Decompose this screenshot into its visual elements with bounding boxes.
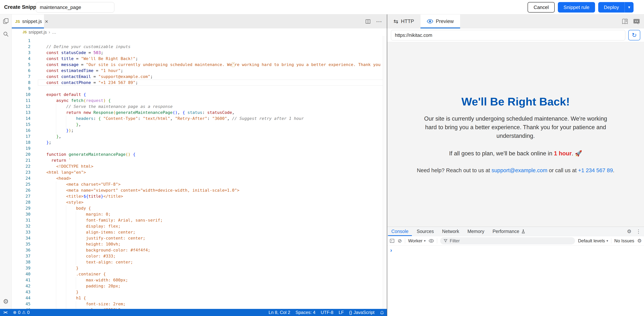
console-output[interactable]: › <box>387 245 644 316</box>
code-line-42[interactable]: 42 padding: 20px; <box>12 283 387 289</box>
code-line-43[interactable]: 43 } <box>12 289 387 295</box>
code-line-30[interactable]: 30 margin: 0; <box>12 211 387 217</box>
clear-console-icon[interactable]: ⊘ <box>398 238 402 244</box>
remote-indicator-icon[interactable]: >< <box>0 309 10 316</box>
code-line-23[interactable]: 23<html lang="en"> <box>12 169 387 175</box>
devtools-settings-gear-icon[interactable]: ⚙ <box>627 228 632 234</box>
devtools-tab-performance[interactable]: Performance <box>488 227 529 236</box>
notifications-bell-icon[interactable] <box>377 310 387 315</box>
close-tab-icon[interactable]: × <box>45 18 48 25</box>
indentation-setting[interactable]: Spaces: 4 <box>293 310 318 315</box>
editor-scrollbar[interactable] <box>383 36 387 309</box>
settings-gear-icon[interactable]: ⚙ <box>0 294 12 309</box>
split-editor-icon[interactable] <box>365 19 371 24</box>
devtools-tab-sources[interactable]: Sources <box>413 227 438 236</box>
code-line-14[interactable]: 14 headers: { "Content-Type": "text/html… <box>12 116 387 122</box>
breadcrumb-symbol[interactable]: … <box>52 30 56 35</box>
eol-setting[interactable]: LF <box>336 310 346 315</box>
devtools-kebab-menu-icon[interactable]: ⋮ <box>636 228 641 234</box>
code-line-11[interactable]: 11 async fetch(request) { <box>12 98 387 104</box>
live-expression-eye-icon[interactable] <box>429 239 434 243</box>
code-line-44[interactable]: 44 h1 { <box>12 295 387 301</box>
code-line-32[interactable]: 32 display: flex; <box>12 223 387 229</box>
support-phone-link[interactable]: +1 234 567 89 <box>578 167 613 173</box>
code-line-45[interactable]: 45 font-size: 2rem; <box>12 301 387 307</box>
discord-icon[interactable] <box>633 18 640 25</box>
javascript-file-icon: JS <box>22 30 27 34</box>
code-line-5[interactable]: 5const message = "Our site is currently … <box>12 62 387 68</box>
code-line-21[interactable]: 21 return ` <box>12 157 387 163</box>
code-line-19[interactable]: 19 <box>12 145 387 151</box>
snippet-rule-button[interactable]: Snippet rule <box>558 2 595 13</box>
code-line-18[interactable]: 18}; <box>12 140 387 145</box>
code-line-22[interactable]: 22 <!DOCTYPE html> <box>12 163 387 169</box>
code-line-6[interactable]: 6const estimatedTime = "1 hour"; <box>12 68 387 74</box>
breadcrumb-file[interactable]: snippet.js <box>28 30 47 35</box>
code-line-2[interactable]: 2// Define your customizable inputs <box>12 44 387 50</box>
context-selector[interactable]: Worker ▾ <box>408 238 426 243</box>
code-line-25[interactable]: 25 <meta charset="UTF-8"> <box>12 181 387 187</box>
support-email-link[interactable]: support@example.com <box>492 167 548 173</box>
cancel-button[interactable]: Cancel <box>528 2 555 13</box>
code-line-29[interactable]: 29 body { <box>12 205 387 211</box>
url-input[interactable] <box>391 30 625 40</box>
deploy-button[interactable]: Deploy <box>598 2 624 13</box>
code-line-26[interactable]: 26 <meta name="viewport" content="width=… <box>12 187 387 193</box>
code-line-27[interactable]: 27 <title>${title}</title> <box>12 193 387 199</box>
devtools-tab-memory[interactable]: Memory <box>463 227 488 236</box>
files-icon[interactable] <box>0 15 12 28</box>
code-line-39[interactable]: 39 } <box>12 265 387 271</box>
code-line-9[interactable]: 9 <box>12 86 387 92</box>
devtools-tab-network[interactable]: Network <box>438 227 463 236</box>
console-sidebar-toggle-icon[interactable] <box>390 238 395 243</box>
code-line-4[interactable]: 4const title = "We'll Be Right Back!"; <box>12 56 387 62</box>
code-line-37[interactable]: 37 color: #333; <box>12 253 387 259</box>
docs-book-icon[interactable] <box>622 18 628 25</box>
problems-status[interactable]: ⊗ 0 ⚠ 0 <box>10 309 32 316</box>
code-line-41[interactable]: 41 max-width: 600px; <box>12 277 387 283</box>
code-line-38[interactable]: 38 text-align: center; <box>12 259 387 265</box>
devtools-tab-console[interactable]: Console <box>387 227 413 236</box>
breadcrumb[interactable]: JS snippet.js › … <box>12 29 387 36</box>
console-settings-gear-icon[interactable]: ⚙ <box>637 238 642 244</box>
code-line-3[interactable]: 3const statusCode = 503; <box>12 50 387 56</box>
encoding-setting[interactable]: UTF-8 <box>318 310 336 315</box>
code-line-31[interactable]: 31 font-family: Arial, sans-serif; <box>12 217 387 223</box>
code-line-28[interactable]: 28 <style> <box>12 199 387 205</box>
code-line-20[interactable]: 20function generateMaintenancePage() { <box>12 151 387 157</box>
chevron-down-icon: ▾ <box>424 239 426 243</box>
code-line-46[interactable]: 46 color: #0056b3; <box>12 307 387 309</box>
code-line-35[interactable]: 35 height: 100vh; <box>12 241 387 247</box>
code-line-10[interactable]: 10export default { <box>12 92 387 98</box>
code-line-15[interactable]: 15 }, <box>12 122 387 128</box>
more-actions-icon[interactable]: ⋯ <box>376 18 382 25</box>
tab-snippet-js[interactable]: JS snippet.js × <box>12 15 44 29</box>
tab-http[interactable]: ⇆ HTTP <box>387 15 420 28</box>
code-line-13[interactable]: 13 return new Response(generateMaintenan… <box>12 110 387 116</box>
snippet-name-input[interactable] <box>36 2 114 13</box>
code-line-7[interactable]: 7const contactEmail = "support@example.c… <box>12 74 387 80</box>
code-line-17[interactable]: 17 }, <box>12 134 387 140</box>
language-mode[interactable]: {} JavaScript <box>346 310 377 315</box>
code-area[interactable]: 12// Define your customizable inputs3con… <box>12 36 387 309</box>
active-tab-underline <box>420 28 460 29</box>
code-line-8[interactable]: 8const contactPhone = "+1 234 567 89"; <box>12 80 387 86</box>
code-line-16[interactable]: 16 }); <box>12 128 387 134</box>
code-line-36[interactable]: 36 background-color: #f4f4f4; <box>12 247 387 253</box>
code-line-24[interactable]: 24 <head> <box>12 175 387 181</box>
log-levels-selector[interactable]: Default levels ▾ <box>578 238 608 243</box>
tab-preview[interactable]: Preview <box>420 15 460 28</box>
deploy-dropdown-button[interactable]: ▾ <box>624 2 634 13</box>
code-line-12[interactable]: 12 // Serve the maintenance page as a re… <box>12 104 387 110</box>
line-number: 37 <box>12 253 38 259</box>
search-icon[interactable] <box>0 28 12 41</box>
code-line-1[interactable]: 1 <box>12 38 387 44</box>
issues-counter[interactable]: No Issues <box>614 238 634 243</box>
code-line-33[interactable]: 33 align-items: center; <box>12 229 387 235</box>
cursor-position[interactable]: Ln 8, Col 2 <box>266 310 293 315</box>
code-line-40[interactable]: 40 .container { <box>12 271 387 277</box>
refresh-icon: ↻ <box>632 32 637 39</box>
console-filter-input[interactable]: Filter <box>440 237 575 244</box>
code-line-34[interactable]: 34 justify-content: center; <box>12 235 387 241</box>
refresh-button[interactable]: ↻ <box>628 30 640 40</box>
